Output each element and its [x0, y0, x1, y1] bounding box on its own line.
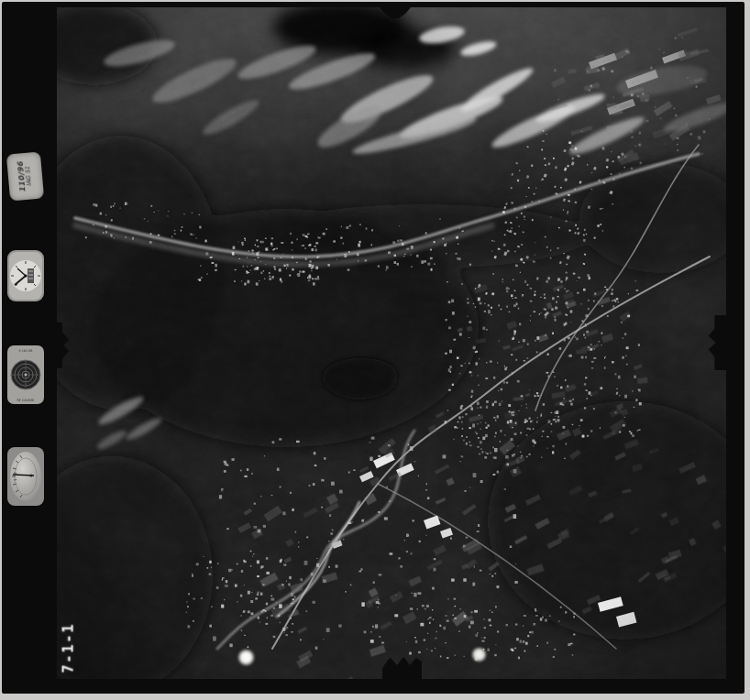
light-spot-1 [237, 649, 255, 666]
vignette [57, 7, 726, 679]
frame-number-text: 7-1-1 [61, 622, 77, 673]
clock-instrument [6, 249, 45, 302]
level-top-text: S 182 06 [18, 349, 32, 353]
frame-number: 7-1-1 [58, 619, 80, 676]
photo-area [57, 7, 726, 679]
clock-counter-window [28, 268, 34, 283]
bubble-level-instrument: S 182 06 RF CAUSSE [6, 345, 45, 405]
handwritten-film-label: 110/96 IAG 51 [6, 151, 44, 201]
altimeter-instrument [6, 446, 45, 507]
light-spot-2 [471, 647, 487, 662]
film-label-text: 110/96 IAG 51 [17, 160, 33, 192]
aerial-film-frame: 110/96 IAG 51 S 182 06 [0, 0, 750, 700]
aerial-photo [57, 7, 726, 679]
level-bottom-text: RF CAUSSE [17, 399, 35, 402]
